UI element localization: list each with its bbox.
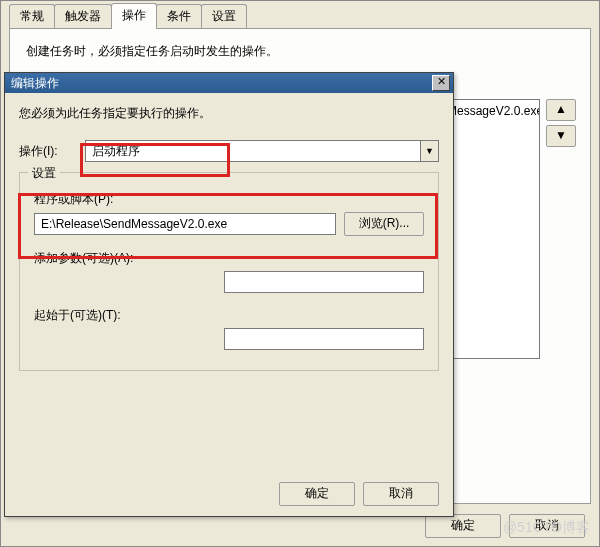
- program-input[interactable]: E:\Release\SendMessageV2.0.exe: [34, 213, 336, 235]
- reorder-buttons: ▲ ▼: [546, 99, 576, 147]
- settings-groupbox: 设置 程序或脚本(P): E:\Release\SendMessageV2.0.…: [19, 172, 439, 371]
- front-dialog-titlebar: 编辑操作: [5, 73, 453, 93]
- action-combobox[interactable]: 启动程序: [85, 140, 439, 162]
- start-in-label: 起始于(可选)(T):: [34, 307, 424, 324]
- tab-triggers[interactable]: 触发器: [54, 4, 112, 29]
- action-list-item: MessageV2.0.exe: [447, 104, 540, 118]
- browse-button[interactable]: 浏览(R)...: [344, 212, 424, 236]
- action-label: 操作(I):: [19, 143, 85, 160]
- back-cancel-button[interactable]: 取消: [509, 514, 585, 538]
- chevron-down-icon[interactable]: [420, 141, 438, 161]
- action-row: 操作(I): 启动程序: [19, 140, 439, 162]
- back-dialog-buttons: 确定 取消: [425, 514, 585, 538]
- tab-settings[interactable]: 设置: [201, 4, 247, 29]
- settings-legend: 设置: [28, 165, 60, 182]
- actions-list[interactable]: MessageV2.0.exe: [440, 99, 540, 359]
- tab-actions[interactable]: 操作: [111, 3, 157, 29]
- tab-description: 创建任务时，必须指定任务启动时发生的操作。: [10, 29, 590, 60]
- front-dialog-title: 编辑操作: [11, 75, 59, 92]
- edit-action-dialog: 编辑操作 您必须为此任务指定要执行的操作。 操作(I): 启动程序 设置 程序或…: [4, 72, 454, 517]
- tab-general[interactable]: 常规: [9, 4, 55, 29]
- front-dialog-buttons: 确定 取消: [279, 482, 439, 506]
- arguments-input[interactable]: [224, 271, 424, 293]
- move-up-button[interactable]: ▲: [546, 99, 576, 121]
- tabstrip: 常规 触发器 操作 条件 设置: [9, 7, 591, 29]
- program-label: 程序或脚本(P):: [34, 192, 113, 206]
- arguments-label: 添加参数(可选)(A):: [34, 250, 424, 267]
- front-ok-button[interactable]: 确定: [279, 482, 355, 506]
- start-in-input[interactable]: [224, 328, 424, 350]
- front-cancel-button[interactable]: 取消: [363, 482, 439, 506]
- close-icon[interactable]: [432, 75, 450, 91]
- back-ok-button[interactable]: 确定: [425, 514, 501, 538]
- tab-conditions[interactable]: 条件: [156, 4, 202, 29]
- action-combobox-value: 启动程序: [86, 141, 420, 161]
- move-down-button[interactable]: ▼: [546, 125, 576, 147]
- instruction-text: 您必须为此任务指定要执行的操作。: [19, 105, 439, 122]
